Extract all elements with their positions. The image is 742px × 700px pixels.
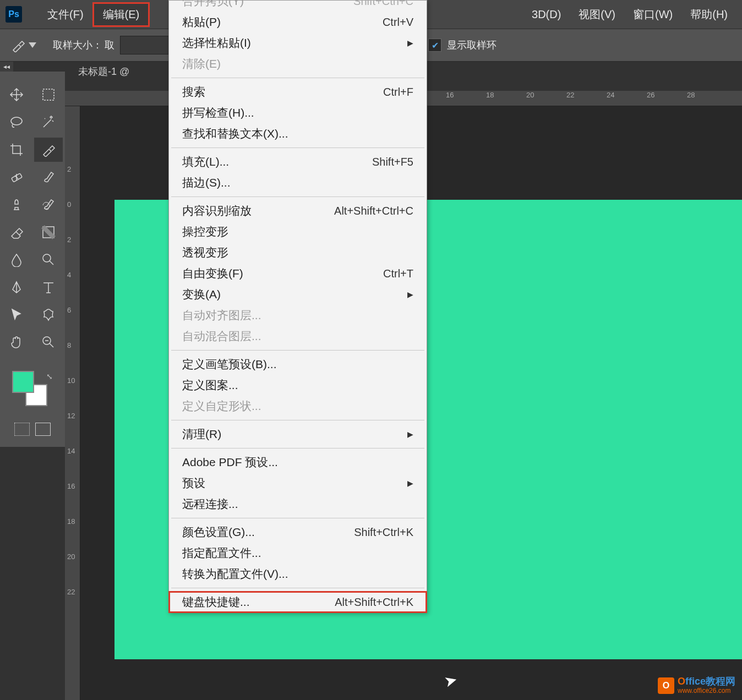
menu-item[interactable]: 变换(A)▶ xyxy=(169,284,427,305)
menu-item[interactable]: 搜索Ctrl+F xyxy=(169,81,427,102)
foreground-color[interactable] xyxy=(12,371,34,393)
ruler-tick: 18 xyxy=(486,91,494,99)
menu-item-label: 拼写检查(H)... xyxy=(182,105,254,121)
menu-item: 自动混合图层... xyxy=(169,326,427,347)
sample-size-label: 取样大小： xyxy=(53,39,102,52)
pen-tool[interactable] xyxy=(2,275,31,299)
ruler-vertical: 2 0 2 4 6 8 10 12 14 16 18 20 22 xyxy=(65,106,80,700)
path-select-tool[interactable] xyxy=(2,303,31,327)
eyedropper-icon xyxy=(11,38,25,52)
healing-tool[interactable] xyxy=(2,165,31,189)
menu-item[interactable]: 选择性粘贴(I)▶ xyxy=(169,32,427,53)
hand-tool[interactable] xyxy=(2,330,31,354)
menu-item[interactable]: 颜色设置(G)...Shift+Ctrl+K xyxy=(169,522,427,543)
watermark: O Office教程网 www.office26.com xyxy=(658,676,735,694)
menu-item-label: 内容识别缩放 xyxy=(182,203,252,218)
lasso-tool[interactable] xyxy=(2,110,31,134)
submenu-arrow-icon: ▶ xyxy=(407,290,413,299)
menu-item[interactable]: 自由变换(F)Ctrl+T xyxy=(169,263,427,284)
menu-edit[interactable]: 编辑(E) xyxy=(92,2,150,27)
menu-item-label: Adobe PDF 预设... xyxy=(182,455,278,470)
menu-item[interactable]: 清理(R)▶ xyxy=(169,424,427,445)
ruler-tick: 10 xyxy=(67,377,75,384)
eraser-tool[interactable] xyxy=(2,220,31,244)
menu-item[interactable]: 转换为配置文件(V)... xyxy=(169,564,427,584)
sample-partial: 取 xyxy=(105,39,114,52)
screenmode-icon[interactable] xyxy=(35,423,51,436)
menu-item[interactable]: 粘贴(P)Ctrl+V xyxy=(169,12,427,32)
menu-item[interactable]: 描边(S)... xyxy=(169,172,427,193)
gradient-tool[interactable] xyxy=(34,220,63,244)
ruler-tick: 28 xyxy=(687,91,695,99)
move-tool[interactable] xyxy=(2,83,31,107)
menu-item: 清除(E) xyxy=(169,53,427,74)
ruler-tick: 20 xyxy=(526,91,534,99)
history-brush-tool[interactable] xyxy=(34,193,63,217)
menu-item-label: 预设 xyxy=(182,475,205,491)
menu-window[interactable]: 窗口(W) xyxy=(624,4,681,25)
submenu-arrow-icon: ▶ xyxy=(407,479,413,488)
ruler-tick: 14 xyxy=(67,447,75,455)
menu-3d[interactable]: 3D(D) xyxy=(523,5,570,24)
expand-toolbox-icon[interactable]: ◂◂ xyxy=(0,62,13,72)
menu-item[interactable]: 定义图案... xyxy=(169,375,427,396)
menu-item[interactable]: 查找和替换文本(X)... xyxy=(169,123,427,144)
ruler-tick: 16 xyxy=(446,91,454,99)
type-tool[interactable] xyxy=(34,275,63,299)
ruler-tick: 24 xyxy=(607,91,614,99)
menu-item-label: 键盘快捷键... xyxy=(182,594,250,610)
menu-item[interactable]: 定义画笔预设(B)... xyxy=(169,354,427,375)
brush-tool[interactable] xyxy=(34,165,63,189)
menu-item: 自动对齐图层... xyxy=(169,305,427,326)
menu-shortcut: Alt+Shift+Ctrl+K xyxy=(335,596,413,609)
menu-item-label: 自动混合图层... xyxy=(182,329,261,344)
menu-item[interactable]: 拼写检查(H)... xyxy=(169,102,427,123)
shape-tool[interactable] xyxy=(34,303,63,327)
menu-item-label: 定义自定形状... xyxy=(182,398,261,414)
menu-item[interactable]: 预设▶ xyxy=(169,473,427,494)
menu-shortcut: Shift+Ctrl+C xyxy=(353,0,413,8)
menu-item-label: 自动对齐图层... xyxy=(182,308,261,323)
menu-item-label: 选择性粘贴(I) xyxy=(182,35,251,51)
menu-item[interactable]: 键盘快捷键...Alt+Shift+Ctrl+K xyxy=(169,592,427,612)
eyedropper-tool[interactable] xyxy=(34,138,63,162)
menu-item[interactable]: 操控变形 xyxy=(169,221,427,242)
menu-item-label: 粘贴(P) xyxy=(182,14,221,30)
menu-item-label: 搜索 xyxy=(182,84,205,100)
crop-tool[interactable] xyxy=(2,138,31,162)
blur-tool[interactable] xyxy=(2,248,31,272)
menu-item[interactable]: 指定配置文件... xyxy=(169,543,427,564)
menu-item[interactable]: 远程连接... xyxy=(169,494,427,515)
dodge-tool[interactable] xyxy=(34,248,63,272)
menu-item-label: 转换为配置文件(V)... xyxy=(182,566,288,582)
menu-separator xyxy=(171,518,424,518)
menu-view[interactable]: 视图(V) xyxy=(570,4,624,25)
document-title: 未标题-1 @ xyxy=(78,65,129,78)
svg-rect-0 xyxy=(43,89,54,100)
document-tab[interactable]: 未标题-1 @ xyxy=(65,62,129,81)
menu-help[interactable]: 帮助(H) xyxy=(681,4,736,25)
menu-item-label: 远程连接... xyxy=(182,496,238,512)
marquee-tool[interactable] xyxy=(34,83,63,107)
stamp-tool[interactable] xyxy=(2,193,31,217)
swap-colors-icon[interactable]: ⤡ xyxy=(46,372,53,381)
ruler-tick: 12 xyxy=(67,412,75,419)
edit-dropdown-menu: 合并拷贝(Y)Shift+Ctrl+C粘贴(P)Ctrl+V选择性粘贴(I)▶清… xyxy=(168,0,427,613)
menu-item-label: 定义画笔预设(B)... xyxy=(182,357,277,372)
menu-separator xyxy=(171,78,424,78)
menu-file[interactable]: 文件(F) xyxy=(39,4,92,25)
color-swatches: ⤡ xyxy=(8,371,63,409)
menu-item[interactable]: Adobe PDF 预设... xyxy=(169,452,427,473)
tool-indicator[interactable] xyxy=(11,38,36,52)
magic-wand-tool[interactable] xyxy=(34,110,63,134)
menu-shortcut: Alt+Shift+Ctrl+C xyxy=(334,205,413,217)
menu-item[interactable]: 透视变形 xyxy=(169,242,427,263)
menu-shortcut: Ctrl+F xyxy=(383,86,413,99)
ruler-tick: 2 xyxy=(67,236,71,243)
menu-item[interactable]: 内容识别缩放Alt+Shift+Ctrl+C xyxy=(169,200,427,221)
show-ring-checkbox[interactable]: ✔ xyxy=(428,39,441,52)
menu-item[interactable]: 填充(L)...Shift+F5 xyxy=(169,151,427,172)
menu-shortcut: Shift+Ctrl+K xyxy=(354,526,413,539)
zoom-tool[interactable] xyxy=(34,330,63,354)
quickmask-icon[interactable] xyxy=(14,423,30,436)
